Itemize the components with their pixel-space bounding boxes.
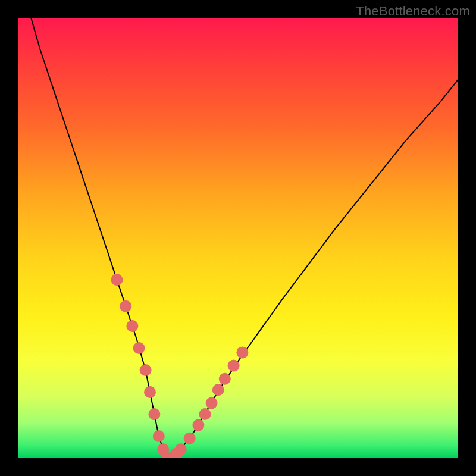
highlight-dot: [184, 433, 196, 444]
highlight-dot: [199, 408, 211, 420]
highlight-dot: [133, 342, 145, 354]
chart-svg: [18, 18, 458, 458]
highlight-dot: [148, 408, 160, 420]
highlight-dot: [236, 346, 248, 358]
highlight-dot: [126, 320, 138, 332]
chart-frame: TheBottleneck.com: [0, 0, 476, 476]
highlight-dot: [175, 443, 187, 455]
watermark-label: TheBottleneck.com: [356, 4, 470, 19]
highlight-dot: [212, 384, 224, 396]
plot-area: [18, 18, 458, 458]
highlight-dot: [153, 430, 165, 442]
highlight-dot: [219, 373, 231, 385]
highlight-dot: [140, 364, 152, 376]
highlight-markers: [111, 274, 249, 458]
highlight-dot: [228, 360, 240, 372]
highlight-dot: [206, 397, 218, 409]
bottleneck-curve: [31, 18, 458, 458]
highlight-dot: [120, 300, 131, 312]
highlight-dot: [192, 419, 204, 431]
highlight-dot: [111, 274, 123, 286]
highlight-dot: [144, 386, 156, 398]
